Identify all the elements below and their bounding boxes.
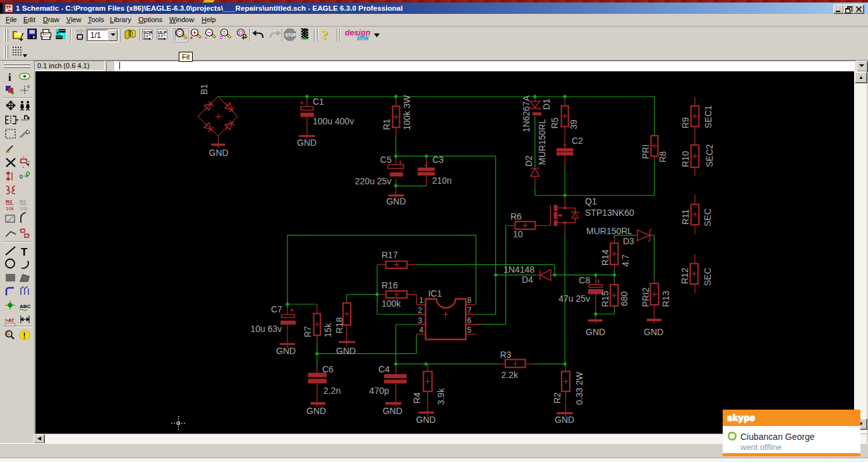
svg-text:2.2k: 2.2k bbox=[502, 370, 519, 380]
svg-text:Q1: Q1 bbox=[585, 196, 597, 206]
svg-text:D2: D2 bbox=[524, 155, 534, 167]
svg-text:ABC: ABC bbox=[20, 304, 31, 309]
svg-text:SEC2: SEC2 bbox=[704, 144, 714, 167]
svg-text:STOP: STOP bbox=[286, 33, 297, 37]
svg-text:R7: R7 bbox=[303, 326, 313, 337]
svg-text:210n: 210n bbox=[432, 175, 452, 186]
svg-text:470p: 470p bbox=[370, 386, 389, 396]
svg-text:GND: GND bbox=[336, 346, 356, 356]
svg-text:SEC1: SEC1 bbox=[703, 105, 713, 129]
svg-text:R12: R12 bbox=[680, 268, 690, 284]
svg-text:C2: C2 bbox=[572, 136, 583, 146]
svg-text:10k: 10k bbox=[20, 206, 28, 211]
svg-text:GND: GND bbox=[276, 346, 296, 356]
svg-text:C6: C6 bbox=[322, 364, 334, 374]
svg-text:R18: R18 bbox=[334, 317, 344, 334]
svg-text:i: i bbox=[8, 71, 11, 83]
svg-text:R5: R5 bbox=[550, 117, 560, 129]
svg-text:GND: GND bbox=[209, 148, 229, 158]
svg-text:R15: R15 bbox=[600, 291, 610, 307]
svg-text:GND: GND bbox=[297, 138, 316, 148]
svg-text:3.9k: 3.9k bbox=[436, 388, 446, 405]
svg-text:R2: R2 bbox=[20, 199, 27, 204]
svg-text:5: 5 bbox=[467, 326, 472, 335]
svg-text:T: T bbox=[21, 246, 28, 258]
svg-text:GND: GND bbox=[586, 327, 605, 337]
svg-text:R14: R14 bbox=[600, 249, 610, 266]
svg-text:SEC: SEC bbox=[702, 208, 713, 227]
svg-text:2.2n: 2.2n bbox=[323, 386, 341, 396]
svg-text:GND: GND bbox=[644, 327, 663, 337]
svg-text:B1: B1 bbox=[199, 84, 209, 95]
svg-text:R16: R16 bbox=[382, 280, 398, 290]
svg-text:47u 25v: 47u 25v bbox=[558, 293, 590, 304]
svg-text:R4: R4 bbox=[412, 392, 422, 403]
svg-text:PRI2: PRI2 bbox=[641, 287, 651, 307]
svg-text:1N6267A: 1N6267A bbox=[521, 95, 531, 132]
svg-text:R2: R2 bbox=[6, 199, 13, 204]
svg-text:R10: R10 bbox=[680, 151, 690, 167]
svg-text:R6: R6 bbox=[510, 211, 522, 222]
svg-text:?: ? bbox=[322, 27, 329, 42]
svg-text:100k: 100k bbox=[382, 299, 401, 309]
svg-text:6: 6 bbox=[467, 316, 472, 325]
svg-text:4.7: 4.7 bbox=[620, 254, 630, 267]
svg-text:C1: C1 bbox=[313, 97, 324, 107]
svg-text:IC1: IC1 bbox=[428, 288, 442, 299]
svg-text:>AT: >AT bbox=[5, 317, 15, 323]
svg-text:7: 7 bbox=[467, 306, 472, 315]
svg-text:GND: GND bbox=[306, 406, 326, 416]
svg-text:8: 8 bbox=[467, 296, 472, 305]
svg-text:C3: C3 bbox=[433, 155, 444, 165]
svg-text:R1: R1 bbox=[382, 119, 392, 130]
svg-text:R8: R8 bbox=[658, 151, 668, 162]
svg-text:o: o bbox=[27, 84, 30, 88]
svg-text:link: link bbox=[357, 34, 370, 42]
svg-text:1N4148: 1N4148 bbox=[503, 264, 534, 275]
svg-text:MUR150RL: MUR150RL bbox=[586, 226, 632, 236]
svg-text:R9: R9 bbox=[680, 117, 690, 128]
svg-text:C4: C4 bbox=[378, 364, 390, 374]
svg-text:R2: R2 bbox=[552, 392, 562, 403]
svg-text:0.33 2W: 0.33 2W bbox=[574, 372, 584, 405]
svg-text:C7: C7 bbox=[271, 304, 282, 314]
svg-text:D3: D3 bbox=[623, 236, 634, 246]
svg-text:4: 4 bbox=[419, 326, 424, 335]
svg-text:2: 2 bbox=[418, 306, 423, 315]
svg-text:R17: R17 bbox=[382, 250, 398, 260]
svg-text:680: 680 bbox=[619, 291, 629, 306]
svg-text:GND: GND bbox=[383, 406, 402, 416]
svg-text:R3: R3 bbox=[500, 350, 512, 360]
svg-text:!: ! bbox=[23, 331, 26, 340]
svg-text:ULP: ULP bbox=[158, 30, 167, 35]
svg-text:10k: 10k bbox=[6, 206, 15, 211]
svg-text:100k 3W: 100k 3W bbox=[402, 95, 412, 130]
svg-text:GND: GND bbox=[555, 415, 574, 425]
svg-text:220u 25v: 220u 25v bbox=[355, 176, 392, 186]
svg-text:R11: R11 bbox=[680, 209, 690, 225]
svg-text:R13: R13 bbox=[661, 291, 671, 307]
svg-text:GND: GND bbox=[386, 196, 406, 206]
svg-text:D1: D1 bbox=[541, 98, 552, 110]
svg-text:3: 3 bbox=[418, 316, 423, 325]
svg-text:15k: 15k bbox=[323, 323, 333, 338]
svg-text:0: 0 bbox=[20, 174, 23, 180]
svg-text:GND: GND bbox=[416, 415, 436, 425]
svg-text:MUR150RL: MUR150RL bbox=[537, 119, 547, 165]
svg-text:SEC: SEC bbox=[702, 268, 713, 286]
svg-text:39: 39 bbox=[569, 119, 579, 129]
svg-text:1: 1 bbox=[419, 296, 424, 305]
svg-text:10u 63v: 10u 63v bbox=[251, 324, 282, 334]
svg-text:D4: D4 bbox=[522, 275, 533, 285]
svg-text:C5: C5 bbox=[380, 155, 392, 165]
svg-text:10: 10 bbox=[513, 229, 523, 239]
svg-text:SCR: SCR bbox=[143, 30, 153, 35]
svg-text:C8: C8 bbox=[579, 275, 590, 285]
svg-text:PRI: PRI bbox=[641, 145, 651, 159]
svg-text:STP13NK60: STP13NK60 bbox=[585, 208, 634, 218]
svg-text:100u 400v: 100u 400v bbox=[313, 116, 354, 126]
